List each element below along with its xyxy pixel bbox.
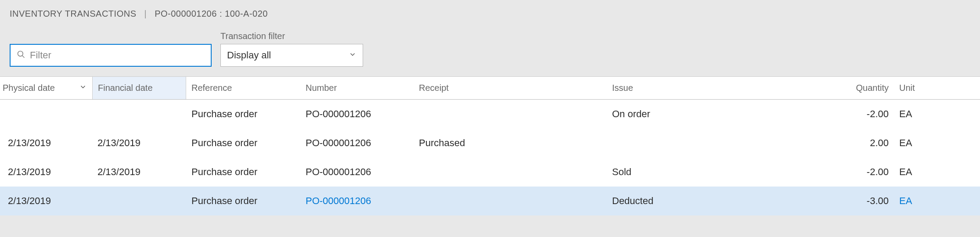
svg-line-1 xyxy=(22,56,25,58)
filter-box[interactable] xyxy=(10,44,212,67)
table-body: Purchase order PO-000001206 On order -2.… xyxy=(0,100,980,215)
col-header-physical-date[interactable]: Physical date xyxy=(0,77,92,99)
cell-reference: Purchase order xyxy=(186,108,300,120)
cell-unit: EA xyxy=(894,195,929,207)
cell-physical-date: 2/13/2019 xyxy=(0,195,92,207)
filter-row: Transaction filter Display all xyxy=(0,28,980,76)
cell-number[interactable]: PO-000001206 xyxy=(300,108,414,120)
svg-point-0 xyxy=(18,51,23,57)
cell-physical-date: 2/13/2019 xyxy=(0,137,92,149)
cell-issue: Deducted xyxy=(607,195,837,207)
cell-reference: Purchase order xyxy=(186,166,300,178)
page-title: INVENTORY TRANSACTIONS xyxy=(10,9,136,19)
cell-financial-date: 2/13/2019 xyxy=(92,137,186,149)
cell-quantity: 2.00 xyxy=(837,137,894,149)
col-header-number[interactable]: Number xyxy=(300,77,414,99)
cell-number[interactable]: PO-000001206 xyxy=(300,195,414,207)
table-row[interactable]: 2/13/2019 2/13/2019 Purchase order PO-00… xyxy=(0,129,980,158)
chevron-down-icon xyxy=(79,83,87,93)
cell-unit: EA xyxy=(894,137,929,149)
cell-issue: On order xyxy=(607,108,837,120)
table-header-row: Physical date Financial date Reference N… xyxy=(0,77,980,100)
cell-financial-date: 2/13/2019 xyxy=(92,166,186,178)
transaction-filter-value: Display all xyxy=(227,50,271,61)
table-row[interactable]: Purchase order PO-000001206 On order -2.… xyxy=(0,100,980,129)
transaction-filter-label: Transaction filter xyxy=(220,31,363,41)
search-icon xyxy=(17,50,25,61)
cell-unit: EA xyxy=(894,108,929,120)
col-header-reference[interactable]: Reference xyxy=(186,77,300,99)
filter-input[interactable] xyxy=(30,50,205,61)
header-divider: | xyxy=(144,9,147,19)
transaction-filter-dropdown[interactable]: Display all xyxy=(220,44,363,67)
cell-quantity: -2.00 xyxy=(837,166,894,178)
page-context: PO-000001206 : 100-A-020 xyxy=(155,9,268,19)
col-header-quantity[interactable]: Quantity xyxy=(837,77,894,99)
chevron-down-icon xyxy=(349,50,357,61)
cell-number[interactable]: PO-000001206 xyxy=(300,166,414,178)
transaction-filter-group: Transaction filter Display all xyxy=(220,31,363,67)
cell-quantity: -2.00 xyxy=(837,108,894,120)
table-row[interactable]: 2/13/2019 2/13/2019 Purchase order PO-00… xyxy=(0,158,980,187)
col-header-receipt[interactable]: Receipt xyxy=(414,77,607,99)
col-header-financial-date[interactable]: Financial date xyxy=(92,77,186,99)
col-header-unit[interactable]: Unit xyxy=(894,77,929,99)
transactions-table: Physical date Financial date Reference N… xyxy=(0,76,980,215)
cell-number[interactable]: PO-000001206 xyxy=(300,137,414,149)
cell-receipt: Purchased xyxy=(414,137,607,149)
cell-issue: Sold xyxy=(607,166,837,178)
table-row[interactable]: 2/13/2019 Purchase order PO-000001206 De… xyxy=(0,187,980,215)
cell-reference: Purchase order xyxy=(186,195,300,207)
cell-unit: EA xyxy=(894,166,929,178)
page-header: INVENTORY TRANSACTIONS | PO-000001206 : … xyxy=(0,0,980,28)
cell-physical-date: 2/13/2019 xyxy=(0,166,92,178)
col-header-issue[interactable]: Issue xyxy=(607,77,837,99)
cell-reference: Purchase order xyxy=(186,137,300,149)
cell-quantity: -3.00 xyxy=(837,195,894,207)
